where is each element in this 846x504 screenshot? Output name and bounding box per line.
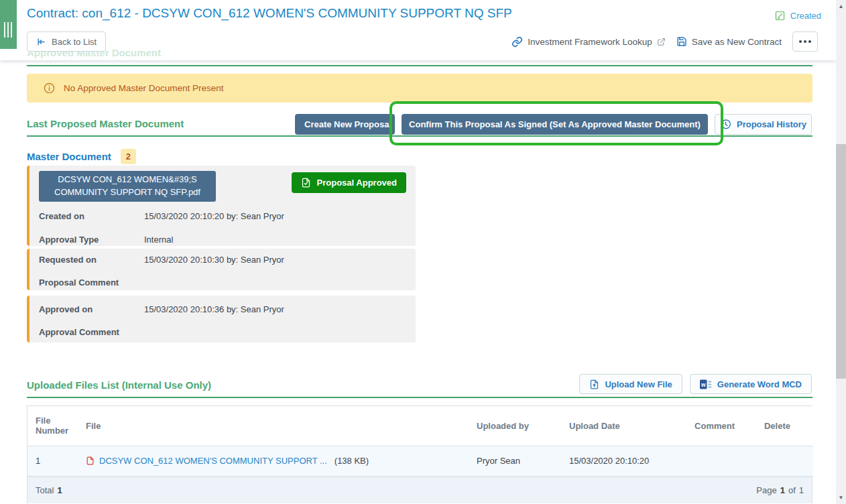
- save-icon: [676, 36, 687, 47]
- confirm-proposal-button[interactable]: Confirm This Proposal As Signed (Set As …: [402, 114, 708, 135]
- investment-framework-lookup-label: Investment Framework Lookup: [528, 37, 652, 47]
- field-row: Approval Type Internal: [39, 235, 406, 245]
- proposal-approval-card: Approved on 15/03/2020 20:10:36 by: Sean…: [27, 296, 416, 342]
- header-actions: Investment Framework Lookup Save as New …: [511, 32, 818, 52]
- side-nav-strip[interactable]: [0, 0, 17, 49]
- field-value: 15/03/2020 20:10:20 by: Sean Pryor: [144, 211, 284, 221]
- field-label: Approval Type: [39, 235, 144, 245]
- header-delete: Delete: [741, 406, 813, 446]
- delete-cell: [741, 446, 813, 476]
- upload-icon: [589, 379, 599, 390]
- field-value: 15/03/2020 20:10:30 by: Sean Pryor: [144, 255, 284, 265]
- app-header: Contract: con_612 - DCSYW CON_612 WOMEN'…: [0, 0, 836, 60]
- table-footer: Total 1 Page 1 of 1: [27, 477, 812, 503]
- uploaded-files-section-title: Uploaded Files List (Internal Use Only): [27, 379, 211, 391]
- page-title: Contract: con_612 - DCSYW CON_612 WOMEN'…: [27, 6, 512, 21]
- field-value: 15/03/2020 20:10:36 by: Sean Pryor: [144, 304, 284, 314]
- back-arrow-icon: [36, 37, 46, 47]
- upload-new-file-label: Upload New File: [605, 379, 672, 389]
- proposal-approved-label: Proposal Approved: [317, 178, 397, 188]
- grip-icon: [4, 22, 12, 38]
- files-section-underline: [27, 397, 812, 398]
- page-info: Page 1 of 1: [756, 485, 804, 495]
- file-size: (138 KB): [335, 456, 369, 466]
- scrollbar-up-arrow[interactable]: ▲: [836, 1, 846, 11]
- field-row: Approval Comment: [39, 327, 406, 337]
- table-header-row: File Number File Uploaded by Upload Date…: [27, 406, 813, 446]
- pdf-file-icon: [86, 456, 95, 466]
- generate-word-mcd-button[interactable]: w Generate Word MCD: [690, 374, 812, 394]
- svg-text:w: w: [701, 381, 706, 387]
- proposal-request-card: Requested on 15/03/2020 20:10:30 by: Sea…: [27, 249, 416, 290]
- header-upload-date: Upload Date: [559, 406, 681, 446]
- comment-cell: [681, 446, 741, 476]
- header-uploaded-by: Uploaded by: [467, 406, 559, 446]
- info-icon: [44, 82, 55, 94]
- master-document-file-button[interactable]: DCSYW CON_612 WOMEN&#39;S COMMUNITY SUPP…: [39, 171, 216, 202]
- field-label: Approved on: [39, 304, 144, 314]
- header-file: File: [78, 406, 467, 446]
- scrollbar-thumb[interactable]: [836, 144, 846, 379]
- field-label: Approval Comment: [39, 327, 144, 337]
- field-row: Created on 15/03/2020 20:10:20 by: Sean …: [39, 211, 406, 221]
- field-label: Requested on: [39, 255, 144, 265]
- approved-section-underline: [27, 65, 812, 66]
- field-row: Approved on 15/03/2020 20:10:36 by: Sean…: [39, 304, 406, 314]
- create-new-proposal-button[interactable]: Create New Proposal: [295, 114, 395, 135]
- file-link[interactable]: DCSYW CON_612 WOMEN'S COMMUNITY SUPPORT …: [99, 456, 327, 466]
- field-label: Created on: [39, 211, 144, 221]
- master-document-title-row: Master Document 2: [27, 149, 136, 164]
- proposal-history-button[interactable]: Proposal History: [715, 114, 812, 135]
- save-as-new-contract-button[interactable]: Save as New Contract: [676, 36, 782, 47]
- scrollbar-down-arrow[interactable]: ▼: [836, 493, 846, 503]
- field-value: Internal: [144, 235, 173, 245]
- total-value: 1: [57, 485, 62, 495]
- more-actions-button[interactable]: [792, 32, 818, 52]
- file-cell: DCSYW CON_612 WOMEN'S COMMUNITY SUPPORT …: [78, 446, 467, 476]
- file-number-cell: 1: [27, 446, 78, 476]
- total-count: Total 1: [36, 485, 62, 495]
- upload-new-file-button[interactable]: Upload New File: [579, 374, 682, 394]
- table-row: 1 DCSYW CON_612 WOMEN'S COMMUNITY SUPPOR…: [27, 446, 813, 476]
- page-current: 1: [780, 485, 785, 495]
- field-row: Requested on 15/03/2020 20:10:30 by: Sea…: [39, 255, 406, 265]
- proposal-approved-badge: Proposal Approved: [292, 172, 406, 193]
- header-comment: Comment: [681, 406, 741, 446]
- back-to-list-button[interactable]: Back to List: [27, 32, 106, 52]
- link-icon: [511, 36, 523, 48]
- uploaded-files-table: File Number File Uploaded by Upload Date…: [27, 405, 812, 503]
- files-section-buttons: Upload New File w Generate Word MCD: [579, 374, 812, 394]
- status-badge-label: Created: [790, 11, 821, 21]
- document-check-icon: [301, 177, 311, 188]
- word-file-icon: w: [700, 379, 712, 389]
- page-of-label: of: [788, 485, 796, 495]
- uploaded-by-cell: Pryor Sean: [467, 446, 559, 476]
- proposal-history-label: Proposal History: [737, 119, 806, 129]
- field-label: Proposal Comment: [39, 277, 144, 288]
- last-proposed-section-title: Last Proposed Master Document: [27, 118, 184, 129]
- created-edit-icon: [774, 10, 786, 21]
- page-total: 1: [799, 485, 804, 495]
- save-as-new-contract-label: Save as New Contract: [692, 37, 782, 47]
- upload-date-cell: 15/03/2020 20:10:20: [559, 446, 681, 476]
- vertical-scrollbar[interactable]: ▲ ▼: [836, 0, 846, 504]
- master-document-count-badge: 2: [121, 149, 136, 164]
- proposal-section-underline: [27, 135, 812, 137]
- history-icon: [720, 119, 731, 130]
- status-badge: Created: [774, 10, 821, 21]
- external-link-icon: [657, 38, 666, 46]
- master-document-card: DCSYW CON_612 WOMEN&#39;S COMMUNITY SUPP…: [27, 166, 416, 246]
- generate-word-mcd-label: Generate Word MCD: [717, 379, 802, 389]
- total-label: Total: [36, 485, 54, 495]
- master-document-title: Master Document: [27, 151, 111, 162]
- back-to-list-label: Back to List: [52, 37, 97, 47]
- page-label: Page: [756, 485, 776, 495]
- field-row: Proposal Comment: [39, 277, 406, 288]
- investment-framework-lookup-link[interactable]: Investment Framework Lookup: [511, 36, 665, 48]
- warning-banner: No Approved Master Document Present: [27, 74, 812, 103]
- warning-banner-text: No Approved Master Document Present: [64, 83, 224, 93]
- header-file-number: File Number: [27, 406, 78, 446]
